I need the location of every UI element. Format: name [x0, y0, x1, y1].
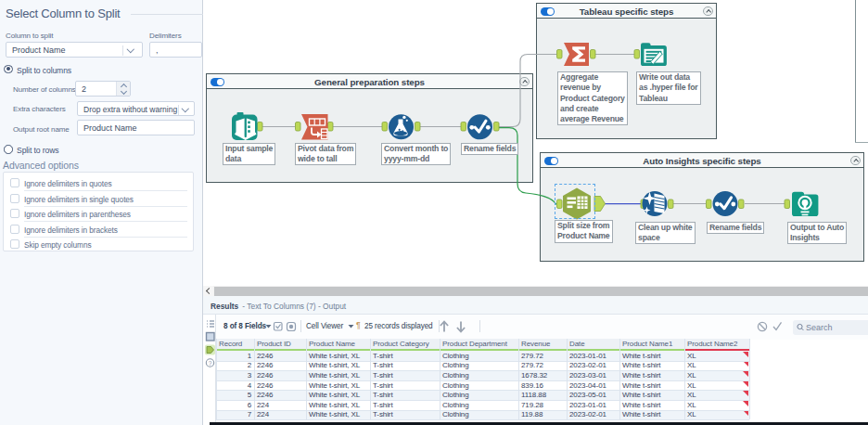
- svg-text:?: ?: [209, 360, 212, 367]
